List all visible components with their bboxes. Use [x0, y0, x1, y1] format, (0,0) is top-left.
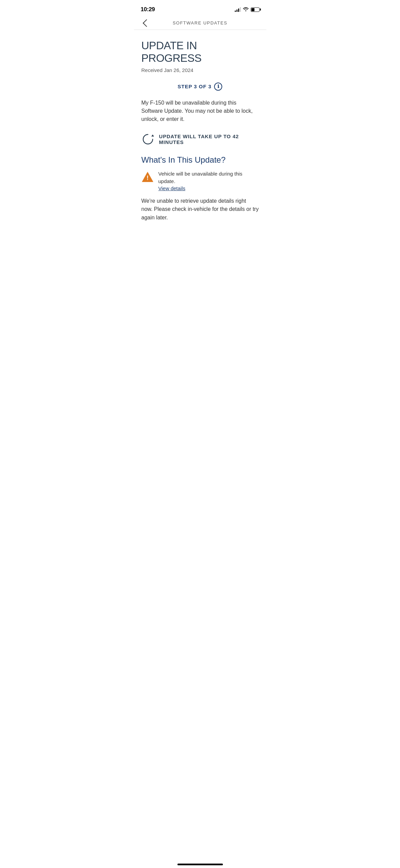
warning-description: My F-150 will be unavailable during this…	[141, 99, 259, 123]
whats-in-update-title: What's In This Update?	[141, 155, 259, 165]
status-bar: 10:29	[134, 0, 266, 17]
received-date: Received Jan 26, 2024	[141, 67, 259, 73]
duration-text: UPDATE WILL TAKE UP TO 42 MINUTES	[159, 133, 259, 145]
refresh-icon	[141, 133, 154, 146]
signal-icon	[235, 7, 241, 12]
info-button[interactable]: ℹ	[214, 83, 222, 91]
update-detail-text: Vehicle will be unavailable during this …	[158, 170, 259, 192]
main-content: UPDATE IN PROGRESS Received Jan 26, 2024…	[134, 30, 266, 222]
status-icons	[235, 7, 260, 12]
step-indicator: STEP 3 OF 3 ℹ	[141, 83, 259, 91]
update-status-title: UPDATE IN PROGRESS	[141, 39, 259, 65]
warning-triangle-icon: !	[141, 171, 154, 183]
svg-text:!: !	[147, 175, 149, 181]
vehicle-unavailable-text: Vehicle will be unavailable during this …	[158, 170, 259, 185]
page-title: SOFTWARE UPDATES	[173, 20, 227, 25]
update-duration-row: UPDATE WILL TAKE UP TO 42 MINUTES	[141, 133, 259, 146]
update-details-row: ! Vehicle will be unavailable during thi…	[141, 170, 259, 192]
info-icon: ℹ	[217, 84, 219, 89]
status-time: 10:29	[141, 6, 155, 13]
battery-icon	[251, 7, 260, 12]
step-text: STEP 3 OF 3	[178, 84, 212, 89]
wifi-icon	[243, 7, 249, 12]
view-details-link[interactable]: View details	[158, 185, 186, 191]
back-button[interactable]	[141, 19, 151, 27]
chevron-left-icon	[142, 19, 150, 27]
nav-bar: SOFTWARE UPDATES	[134, 17, 266, 30]
error-text: We're unable to retrieve update details …	[141, 197, 259, 222]
